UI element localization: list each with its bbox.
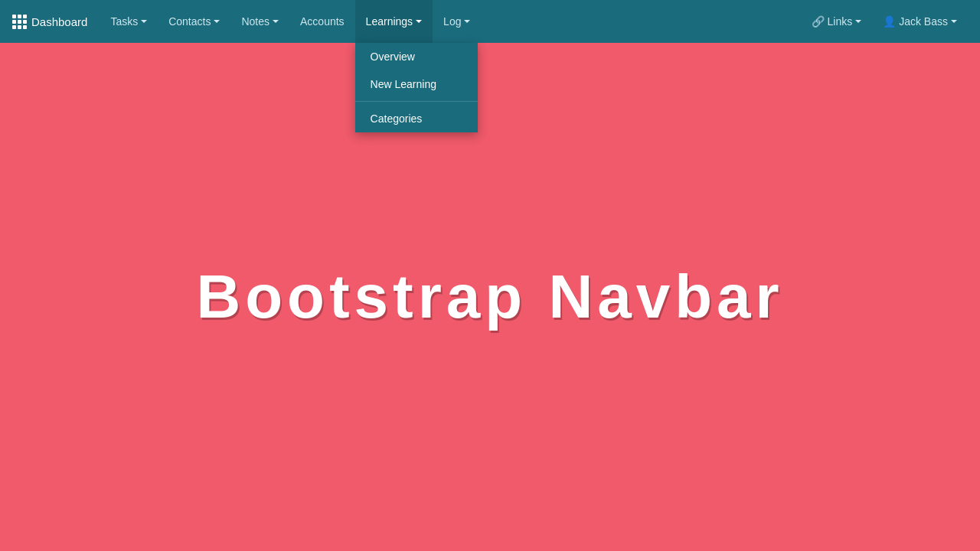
nav-item-contacts[interactable]: Contacts — [158, 0, 230, 43]
user-caret-icon — [951, 20, 957, 23]
nav-item-notes[interactable]: Notes — [230, 0, 289, 43]
links-caret-icon — [855, 20, 861, 23]
nav-items: Tasks Contacts Notes Accounts Learnings … — [100, 0, 800, 43]
nav-item-tasks[interactable]: Tasks — [100, 0, 158, 43]
nav-item-log[interactable]: Log — [433, 0, 481, 43]
nav-right: 🔗 Links 👤 Jack Bass — [801, 0, 969, 43]
navbar-brand[interactable]: Dashboard — [12, 15, 87, 29]
log-caret-icon — [464, 20, 470, 23]
navbar: Dashboard Tasks Contacts Notes Accounts … — [0, 0, 980, 43]
dropdown-divider — [355, 101, 478, 102]
nav-user-label: Jack Bass — [899, 15, 948, 28]
hero-title: Bootstrap Navbar — [196, 262, 783, 332]
dropdown-item-overview[interactable]: Overview — [355, 43, 478, 70]
nav-accounts-label: Accounts — [300, 15, 345, 28]
nav-tasks-label: Tasks — [110, 15, 138, 28]
link-icon: 🔗 — [812, 15, 825, 28]
nav-contacts-label: Contacts — [168, 15, 211, 28]
nav-learnings-label: Learnings — [366, 15, 413, 28]
nav-notes-label: Notes — [241, 15, 270, 28]
nav-item-user[interactable]: 👤 Jack Bass — [872, 0, 968, 43]
nav-links-label: Links — [828, 15, 853, 28]
hero-section: Bootstrap Navbar — [0, 43, 980, 551]
nav-item-learnings[interactable]: Learnings Overview New Learning Categori… — [355, 0, 433, 43]
tasks-caret-icon — [141, 20, 147, 23]
nav-item-links[interactable]: 🔗 Links — [801, 0, 873, 43]
nav-log-label: Log — [443, 15, 461, 28]
notes-caret-icon — [273, 20, 279, 23]
dropdown-item-categories[interactable]: Categories — [355, 105, 478, 132]
brand-label: Dashboard — [31, 15, 87, 28]
nav-item-accounts[interactable]: Accounts — [289, 0, 355, 43]
learnings-caret-icon — [416, 20, 422, 23]
contacts-caret-icon — [214, 20, 220, 23]
dropdown-item-new-learning[interactable]: New Learning — [355, 70, 478, 98]
dashboard-grid-icon — [12, 15, 27, 29]
user-icon: 👤 — [883, 15, 896, 28]
learnings-dropdown: Overview New Learning Categories — [355, 43, 478, 132]
